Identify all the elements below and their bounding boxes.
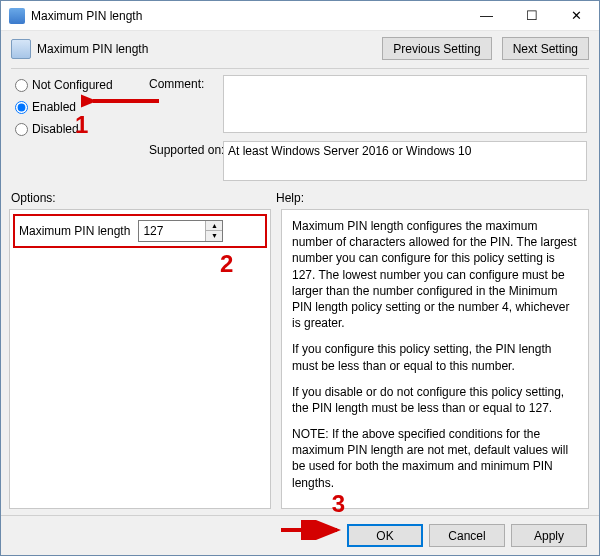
footer: 3 OK Cancel Apply bbox=[1, 515, 599, 555]
mid-labels: Options: Help: bbox=[1, 181, 599, 209]
options-label: Options: bbox=[11, 191, 276, 205]
window-title: Maximum PIN length bbox=[31, 9, 464, 23]
header: Maximum PIN length Previous Setting Next… bbox=[1, 31, 599, 66]
maximize-button[interactable]: ☐ bbox=[509, 1, 554, 31]
apply-button[interactable]: Apply bbox=[511, 524, 587, 547]
annotation-arrow-3 bbox=[279, 520, 349, 540]
titlebar: Maximum PIN length — ☐ ✕ bbox=[1, 1, 599, 31]
comment-label: Comment: bbox=[149, 75, 219, 95]
radio-disabled[interactable]: Disabled bbox=[15, 119, 145, 139]
annotation-num-2: 2 bbox=[220, 250, 233, 278]
help-panel: Maximum PIN length configures the maximu… bbox=[281, 209, 589, 509]
spinner-down-icon[interactable]: ▼ bbox=[206, 231, 222, 241]
radio-enabled-label: Enabled bbox=[32, 100, 76, 114]
gpedit-icon bbox=[11, 39, 31, 59]
policy-dialog: Maximum PIN length — ☐ ✕ Maximum PIN len… bbox=[0, 0, 600, 556]
radio-not-configured-input[interactable] bbox=[15, 79, 28, 92]
radio-enabled-input[interactable] bbox=[15, 101, 28, 114]
policy-name: Maximum PIN length bbox=[37, 42, 372, 56]
help-p1: Maximum PIN length configures the maximu… bbox=[292, 218, 578, 331]
previous-setting-button[interactable]: Previous Setting bbox=[382, 37, 491, 60]
supported-on-text: At least Windows Server 2016 or Windows … bbox=[223, 141, 587, 181]
comment-textarea[interactable] bbox=[223, 75, 587, 133]
close-button[interactable]: ✕ bbox=[554, 1, 599, 31]
cancel-button[interactable]: Cancel bbox=[429, 524, 505, 547]
options-panel: Maximum PIN length ▲ ▼ 2 bbox=[9, 209, 271, 509]
max-pin-spinner[interactable]: ▲ ▼ bbox=[138, 220, 223, 242]
help-p3: If you disable or do not configure this … bbox=[292, 384, 578, 416]
help-label: Help: bbox=[276, 191, 304, 205]
policy-icon bbox=[9, 8, 25, 24]
minimize-button[interactable]: — bbox=[464, 1, 509, 31]
radio-enabled[interactable]: Enabled bbox=[15, 97, 145, 117]
state-section: Not Configured Enabled Disabled Comment:… bbox=[1, 71, 599, 181]
panels: Maximum PIN length ▲ ▼ 2 Maximum PIN len… bbox=[1, 209, 599, 515]
supported-label: Supported on: bbox=[149, 141, 219, 181]
radio-disabled-input[interactable] bbox=[15, 123, 28, 136]
option-max-pin-label: Maximum PIN length bbox=[19, 224, 130, 238]
radio-disabled-label: Disabled bbox=[32, 122, 79, 136]
next-setting-button[interactable]: Next Setting bbox=[502, 37, 589, 60]
option-max-pin-row: Maximum PIN length ▲ ▼ bbox=[13, 214, 267, 248]
help-p2: If you configure this policy setting, th… bbox=[292, 341, 578, 373]
max-pin-input[interactable] bbox=[139, 221, 205, 241]
ok-button[interactable]: OK bbox=[347, 524, 423, 547]
divider bbox=[11, 68, 589, 69]
radio-not-configured-label: Not Configured bbox=[32, 78, 113, 92]
spinner-up-icon[interactable]: ▲ bbox=[206, 221, 222, 231]
radio-not-configured[interactable]: Not Configured bbox=[15, 75, 145, 95]
help-p4: NOTE: If the above specified conditions … bbox=[292, 426, 578, 491]
